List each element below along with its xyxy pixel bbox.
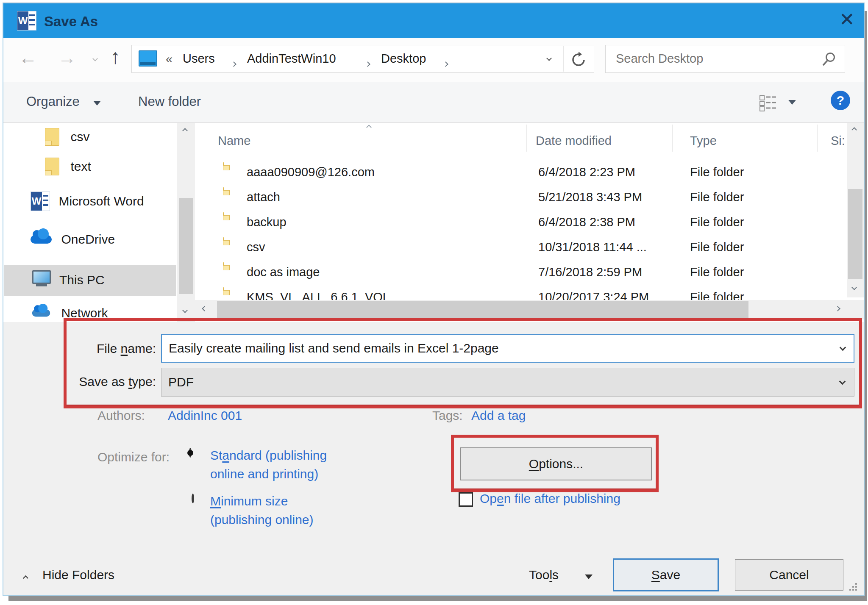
table-row[interactable]: backup 6/4/2018 2:38 PM File folder (195, 210, 848, 235)
file-type-cell: File folder (690, 165, 744, 179)
tags-add-link[interactable]: Add a tag (471, 408, 526, 423)
table-row[interactable]: doc as image 7/16/2018 2:59 PM File fold… (195, 260, 848, 285)
save-as-dialog-screenshot: W Save As ✕ ← → ↑ « Users AddinTestWin10… (0, 0, 868, 605)
file-type-cell: File folder (690, 240, 744, 254)
resize-grip[interactable] (849, 583, 858, 591)
sidebar-item-network[interactable]: Network (31, 306, 108, 320)
save-button[interactable]: Save (613, 558, 719, 591)
tools-dropdown[interactable]: Tools (529, 568, 559, 582)
hide-folders-button[interactable]: Hide Folders (42, 568, 114, 582)
column-header-date-modified[interactable]: Date modified (536, 134, 612, 148)
breadcrumb-item-addintestwin10[interactable]: AddinTestWin10 (247, 52, 336, 66)
scrollbar-thumb[interactable] (179, 198, 193, 294)
breadcrumb-item-desktop[interactable]: Desktop (381, 52, 426, 66)
open-after-publish-checkbox[interactable] (459, 492, 473, 507)
new-folder-button[interactable]: New folder (138, 94, 201, 109)
view-details-icon[interactable] (757, 92, 778, 114)
file-list-scrollbar[interactable] (847, 123, 864, 297)
organize-caret-icon[interactable] (93, 101, 101, 105)
tools-caret-icon[interactable] (585, 574, 593, 579)
address-bar[interactable]: « Users AddinTestWin10 Desktop (131, 45, 594, 73)
authors-value[interactable]: AddinInc 001 (168, 408, 242, 423)
sort-ascending-icon[interactable] (366, 125, 372, 130)
sidebar-item-csv[interactable]: csv (45, 128, 89, 146)
open-after-publish-label[interactable]: Open file after publishing (480, 491, 620, 506)
forward-arrow-icon[interactable]: → (58, 48, 76, 67)
table-row[interactable]: csv 10/31/2018 11:44 ... File folder (195, 235, 848, 260)
folder-icon (45, 128, 59, 146)
radio-minimum-label[interactable]: Minimum size (210, 494, 288, 508)
breadcrumb-item-users[interactable]: Users (183, 52, 215, 66)
recent-locations-chevron-icon[interactable] (92, 56, 98, 61)
file-type-cell: File folder (690, 265, 744, 279)
scroll-up-icon[interactable] (851, 127, 857, 133)
sidebar-item-label: This PC (59, 273, 105, 287)
sidebar-item-microsoft-word[interactable]: W Microsoft Word (31, 191, 144, 211)
scroll-right-icon[interactable] (835, 306, 840, 311)
search-input[interactable] (606, 46, 818, 71)
sidebar-item-onedrive[interactable]: OneDrive (31, 232, 115, 247)
column-header-size[interactable]: Si: (831, 134, 845, 148)
table-row[interactable]: aaaa090909@126.com 6/4/2018 2:23 PM File… (195, 160, 848, 185)
file-name-cell: csv (247, 240, 265, 254)
command-toolbar: Organize New folder ? (3, 82, 864, 123)
breadcrumb-overflow-chevrons[interactable]: « (166, 52, 172, 66)
search-box (605, 45, 845, 73)
table-row[interactable]: attach 5/21/2018 3:43 PM File folder (195, 185, 848, 210)
scrollbar-thumb[interactable] (848, 189, 862, 279)
close-icon[interactable]: ✕ (839, 10, 855, 29)
file-name-label: File name: (71, 341, 156, 356)
scrollbar-thumb[interactable] (217, 301, 748, 319)
file-name-input[interactable] (161, 334, 854, 363)
scroll-down-icon[interactable] (851, 285, 857, 290)
tags-label: Tags: (432, 408, 463, 423)
file-name-cell: doc as image (247, 265, 320, 279)
table-row[interactable]: KMS_VL_ALL_6.6.1_VOL 10/20/2017 3:24 PM … (195, 285, 848, 300)
sidebar-item-text[interactable]: text (45, 158, 91, 175)
organize-button[interactable]: Organize (26, 94, 80, 109)
radio-minimum-size[interactable] (192, 494, 194, 503)
network-icon (32, 310, 50, 317)
view-caret-icon[interactable] (788, 100, 796, 105)
save-as-type-value: PDF (168, 375, 194, 389)
column-divider[interactable] (672, 125, 673, 152)
scroll-left-icon[interactable] (202, 306, 207, 311)
column-divider[interactable] (817, 125, 818, 152)
authors-label: Authors: (97, 408, 145, 423)
search-icon[interactable] (821, 51, 837, 67)
sidebar-item-this-pc[interactable]: This PC (4, 265, 176, 296)
horizontal-scrollbar[interactable] (195, 300, 864, 319)
radio-minimum-label-line2: (publishing online) (210, 513, 314, 527)
address-dropdown-chevron-icon[interactable] (546, 56, 552, 61)
hide-folders-chevron-icon[interactable] (23, 575, 28, 581)
cancel-button[interactable]: Cancel (735, 559, 843, 591)
scroll-up-icon[interactable] (182, 128, 188, 133)
onedrive-cloud-icon (31, 235, 52, 244)
radio-standard-label-line2: online and printing) (210, 467, 318, 481)
chevron-right-icon[interactable] (443, 61, 448, 67)
column-header-name[interactable]: Name (218, 134, 250, 148)
sidebar-item-label: Network (61, 306, 108, 320)
file-name-cell: backup (247, 215, 287, 229)
radio-standard-label[interactable]: Standard (publishing (210, 448, 327, 463)
sidebar-scrollbar[interactable] (177, 123, 195, 322)
folder-icon (45, 158, 59, 175)
column-divider[interactable] (526, 125, 527, 152)
chevron-right-icon[interactable] (365, 61, 370, 67)
back-arrow-icon[interactable]: ← (19, 48, 37, 67)
word-app-icon: W (17, 11, 36, 31)
radio-standard[interactable] (189, 448, 192, 458)
file-type-cell: File folder (690, 290, 744, 300)
scroll-down-icon[interactable] (182, 308, 188, 313)
file-date-cell: 10/31/2018 11:44 ... (538, 240, 647, 254)
column-header-type[interactable]: Type (690, 134, 717, 148)
chevron-right-icon[interactable] (231, 61, 236, 67)
help-icon[interactable]: ? (831, 91, 850, 110)
window-title: Save As (44, 14, 98, 30)
refresh-icon[interactable] (570, 51, 587, 68)
save-as-type-select[interactable]: PDF (161, 368, 854, 397)
sidebar-item-label: Microsoft Word (58, 194, 144, 208)
file-type-cell: File folder (690, 215, 744, 229)
options-button[interactable]: Options... (460, 447, 652, 480)
up-arrow-icon[interactable]: ↑ (110, 47, 120, 67)
